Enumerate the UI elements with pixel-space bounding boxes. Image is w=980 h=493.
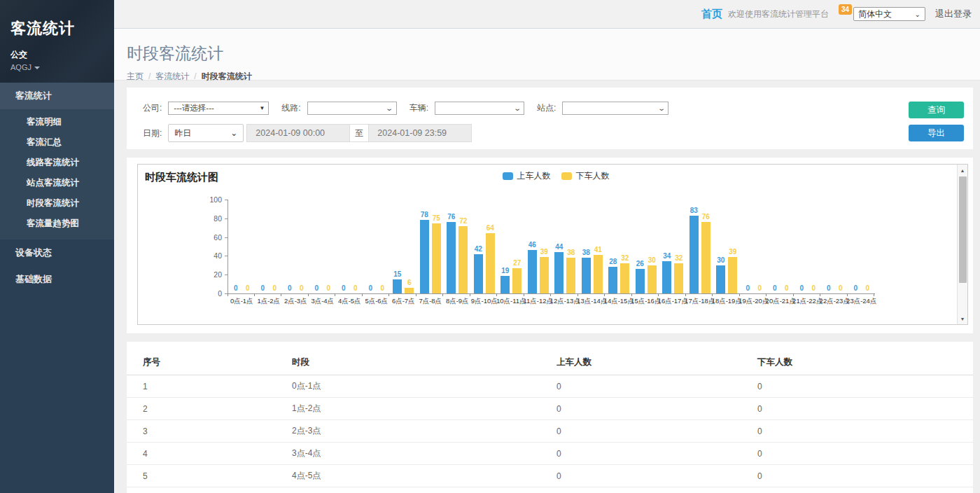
y-tick-mark bbox=[225, 218, 227, 219]
table-cell: 0 bbox=[556, 420, 757, 443]
query-button[interactable]: 查询 bbox=[909, 102, 964, 118]
bar-value-label: 0 bbox=[799, 284, 804, 292]
bar-value-label: 15 bbox=[393, 270, 401, 278]
station-select[interactable]: ⌄ bbox=[562, 102, 668, 115]
page-title: 时段客流统计 bbox=[127, 43, 980, 64]
logout-link[interactable]: 退出登录 bbox=[935, 8, 972, 20]
x-axis-label: 8点-9点 bbox=[444, 297, 471, 306]
sidebar-item[interactable]: 客流明细 bbox=[0, 112, 114, 132]
bar-groups: 0000000000001567875767242641927463944383… bbox=[228, 200, 875, 293]
sidebar-item[interactable]: 线路客流统计 bbox=[0, 153, 114, 173]
bar-value-label: 76 bbox=[447, 213, 455, 221]
table-cell: 3点-4点 bbox=[292, 443, 556, 465]
line-select[interactable]: ⌄ bbox=[307, 102, 397, 115]
date-label: 日期: bbox=[143, 127, 162, 139]
x-tick-mark bbox=[470, 293, 498, 296]
top-navbar: 首页 欢迎使用客流统计管理平台 34 简体中文 ⌄ 退出登录 bbox=[114, 0, 980, 29]
x-axis-label: 4点-5点 bbox=[336, 297, 363, 306]
bar-column: 30 bbox=[648, 200, 657, 293]
x-axis-label: 18点-19点 bbox=[713, 297, 741, 306]
station-label: 站点: bbox=[537, 102, 556, 114]
x-axis-label: 16点-17点 bbox=[659, 297, 687, 306]
x-tick-mark bbox=[848, 293, 875, 296]
date-end-input[interactable]: 2024-01-09 23:59 bbox=[368, 124, 472, 142]
bar bbox=[420, 220, 429, 293]
bar bbox=[648, 265, 657, 293]
bar-value-label: 0 bbox=[827, 284, 831, 292]
table-cell: 0 bbox=[757, 465, 973, 487]
bar-value-label: 38 bbox=[582, 249, 590, 256]
scroll-down-icon[interactable]: ▼ bbox=[958, 313, 967, 324]
bar-value-label: 0 bbox=[757, 284, 762, 292]
breadcrumb-item[interactable]: 客流统计 bbox=[155, 71, 189, 81]
home-link[interactable]: 首页 bbox=[701, 8, 722, 21]
date-preset-value: 昨日 bbox=[174, 127, 191, 139]
sidebar-section-2[interactable]: 基础数据 bbox=[0, 266, 114, 293]
bar-value-label: 72 bbox=[459, 217, 467, 225]
x-axis-label: 15点-16点 bbox=[633, 297, 660, 306]
data-table: 序号时段上车人数下车人数 10点-1点0021点-2点0032点-3点0043点… bbox=[127, 350, 973, 493]
table-row: 43点-4点00 bbox=[127, 443, 973, 465]
date-preset-select[interactable]: 昨日 ⌄ bbox=[168, 124, 244, 142]
sidebar-item[interactable]: 客流汇总 bbox=[0, 132, 114, 153]
bar-column: 39 bbox=[728, 200, 737, 293]
bar-value-label: 39 bbox=[540, 248, 548, 256]
bar bbox=[474, 254, 483, 293]
x-tick-mark bbox=[335, 293, 363, 296]
language-select[interactable]: 简体中文 ⌄ bbox=[853, 7, 925, 21]
y-tick-label: 20 bbox=[201, 270, 222, 279]
scroll-up-icon[interactable]: ▲ bbox=[958, 165, 967, 176]
bar bbox=[620, 263, 629, 293]
bar-column: 38 bbox=[566, 200, 575, 293]
sidebar-section-0[interactable]: 客流统计 bbox=[0, 83, 114, 109]
bar-group: 00 bbox=[309, 200, 337, 293]
bar-column: 46 bbox=[528, 200, 537, 293]
x-tick-mark bbox=[309, 293, 336, 296]
table-row: 54点-5点00 bbox=[127, 465, 973, 487]
bar-column: 28 bbox=[608, 200, 617, 293]
bar-column: 75 bbox=[432, 200, 441, 293]
x-axis-label: 5点-6点 bbox=[363, 297, 391, 306]
chart-panel: 时段车流统计图 上车人数下车人数 02040608010000000000000… bbox=[127, 158, 973, 333]
vertical-scrollbar[interactable]: ▲ ▼ bbox=[957, 165, 967, 324]
bar-column: 41 bbox=[594, 200, 603, 293]
bar-column: 27 bbox=[512, 200, 522, 293]
sidebar-item[interactable]: 时段客流统计 bbox=[0, 193, 114, 214]
content: 公司: ---请选择--- ▼ 线路: ⌄ 车辆: ⌄ 站点: bbox=[114, 81, 980, 493]
sidebar-item[interactable]: 站点客流统计 bbox=[0, 173, 114, 193]
bar-column: 0 bbox=[809, 200, 818, 293]
bar-column: 0 bbox=[339, 200, 348, 293]
sidebar-section-1[interactable]: 设备状态 bbox=[0, 239, 114, 266]
x-tick-mark bbox=[443, 293, 470, 296]
table-cell: 0 bbox=[757, 420, 973, 443]
bar-column: 0 bbox=[851, 200, 860, 293]
bar-group: 00 bbox=[767, 200, 794, 293]
bar-value-label: 75 bbox=[433, 214, 440, 222]
date-start-input[interactable]: 2024-01-09 00:00 bbox=[246, 124, 350, 142]
x-axis-label: 11点-12点 bbox=[525, 297, 552, 306]
bar-value-label: 0 bbox=[234, 284, 238, 292]
export-button[interactable]: 导出 bbox=[909, 125, 964, 141]
vehicle-select[interactable]: ⌄ bbox=[435, 102, 524, 115]
bar-column: 76 bbox=[447, 200, 456, 293]
scrollbar-thumb[interactable] bbox=[959, 176, 967, 283]
bar-column: 0 bbox=[797, 200, 806, 293]
bar-column: 0 bbox=[836, 200, 845, 293]
bar bbox=[582, 258, 591, 293]
bar-column: 30 bbox=[716, 200, 725, 293]
table-cell: 5 bbox=[127, 465, 292, 487]
sidebar-item[interactable]: 客流量趋势图 bbox=[0, 214, 114, 234]
company-select[interactable]: ---请选择--- ▼ bbox=[168, 102, 269, 115]
breadcrumb-item[interactable]: 主页 bbox=[127, 71, 144, 81]
x-tick-mark bbox=[605, 293, 632, 296]
x-axis-label: 22点-23点 bbox=[821, 297, 848, 306]
bar-column: 0 bbox=[231, 200, 240, 293]
bar-column: 0 bbox=[270, 200, 279, 293]
table-cell: 0 bbox=[556, 443, 757, 465]
user-menu[interactable]: AQGJ bbox=[10, 63, 114, 71]
table-row: 21点-2点00 bbox=[127, 398, 973, 420]
bar-group: 7672 bbox=[444, 200, 471, 293]
table-cell: 0 bbox=[556, 465, 757, 487]
bar-value-label: 0 bbox=[300, 284, 304, 292]
x-tick-mark bbox=[389, 293, 416, 296]
